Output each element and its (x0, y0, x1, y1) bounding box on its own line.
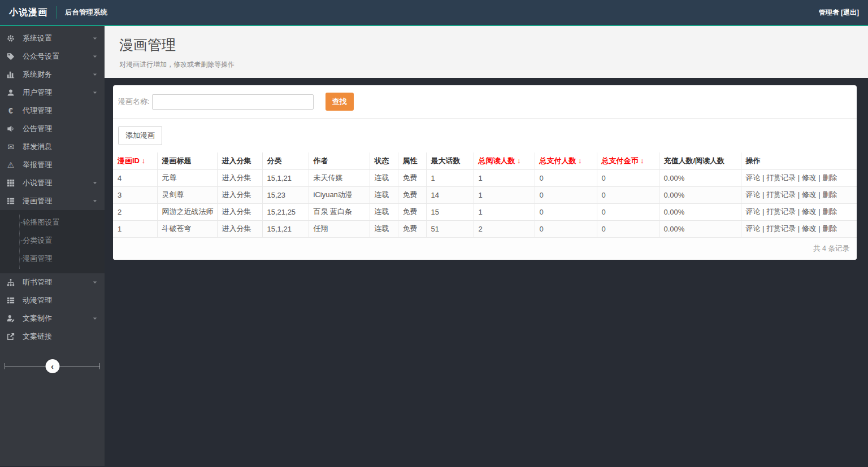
cell-id: 2 (113, 203, 157, 220)
sidebar-item-comic-management[interactable]: 漫画管理 (0, 192, 105, 210)
sidebar-item-label: 小说管理 (23, 178, 52, 188)
speaker-icon (6, 124, 15, 133)
sidebar-item-copywriting-creation[interactable]: 文案制作 (0, 309, 105, 328)
chevron-down-icon (92, 89, 98, 97)
cell-category: 15,1,21 (262, 169, 309, 186)
slider-right-tick (99, 363, 100, 369)
column-header-attr: 属性 (398, 152, 426, 169)
comic-name-input[interactable] (152, 94, 314, 110)
action-reward-log-link[interactable]: 打赏记录 (766, 173, 796, 182)
record-count: 共 4 条记录 (113, 238, 857, 260)
sidebar-item-agent-management[interactable]: €代理管理 (0, 102, 105, 120)
sidebar-item-anime-management[interactable]: 动漫管理 (0, 291, 105, 309)
add-comic-button[interactable]: 添加漫画 (118, 126, 162, 145)
enter-episodes-link[interactable]: 进入分集 (222, 224, 251, 233)
sidebar-item-audiobook-management[interactable]: 听书管理 (0, 273, 105, 291)
column-header-status: 状态 (370, 152, 398, 169)
cell-attr: 免费 (398, 169, 426, 186)
cell-total_coins: 0 (597, 186, 659, 203)
search-button[interactable]: 查找 (326, 93, 354, 111)
sidebar-item-official-account-settings[interactable]: 公众号设置 (0, 47, 105, 66)
action-comment-link[interactable]: 评论 (746, 224, 761, 233)
cell-total_coins: 0 (597, 220, 659, 237)
column-header-id[interactable]: 漫画ID ↓ (113, 152, 157, 169)
cell-status: 连载 (370, 186, 398, 203)
cell-ratio: 0.00% (659, 203, 741, 220)
gear-icon (6, 34, 15, 43)
enter-episodes-link[interactable]: 进入分集 (222, 190, 251, 199)
table-row: 4元尊进入分集15,1,21未天传媒连载免费11000.00%评论 | 打赏记录… (113, 169, 857, 186)
cell-ratio: 0.00% (659, 186, 741, 203)
cell-title: 网游之近战法师 (157, 203, 217, 220)
enter-episodes-link[interactable]: 进入分集 (222, 173, 251, 182)
enter-episodes-link[interactable]: 进入分集 (222, 207, 251, 216)
user-area: 管理者 [退出] (819, 8, 859, 18)
sidebar-item-label: 代理管理 (23, 106, 52, 116)
cell-status: 连载 (370, 203, 398, 220)
cell-enter: 进入分集 (217, 169, 262, 186)
sidebar-item-label: 文案链接 (23, 331, 52, 342)
cell-actions: 评论 | 打赏记录 | 修改 | 删除 (741, 186, 857, 203)
sidebar-subitem-category-settings[interactable]: -分类设置 (0, 232, 105, 250)
action-comment-link[interactable]: 评论 (746, 190, 761, 199)
cell-title: 灵剑尊 (157, 186, 217, 203)
chevron-down-icon (92, 53, 98, 61)
action-delete-link[interactable]: 删除 (822, 173, 837, 182)
sidebar-item-copywriting-links[interactable]: 文案链接 (0, 328, 105, 346)
action-delete-link[interactable]: 删除 (822, 207, 837, 216)
action-delete-link[interactable]: 删除 (822, 190, 837, 199)
sidebar-item-mass-messaging[interactable]: ✉群发消息 (0, 138, 105, 156)
action-reward-log-link[interactable]: 打赏记录 (766, 224, 796, 233)
sidebar-item-report-management[interactable]: ⚠举报管理 (0, 156, 105, 174)
cell-id: 4 (113, 169, 157, 186)
chevron-down-icon (92, 278, 98, 287)
sidebar-item-novel-management[interactable]: 小说管理 (0, 174, 105, 192)
column-header-total_payers[interactable]: 总支付人数 ↓ (535, 152, 597, 169)
sidebar-subitem-comic-management-sub[interactable]: -漫画管理 (0, 250, 105, 268)
cell-attr: 免费 (398, 220, 426, 237)
collapse-sidebar-handle[interactable]: ‹ (45, 359, 59, 373)
column-header-total_readers[interactable]: 总阅读人数 ↓ (474, 152, 535, 169)
sidebar-item-system-finance[interactable]: 系统财务 (0, 66, 105, 84)
cell-enter: 进入分集 (217, 203, 262, 220)
table-row: 1斗破苍穹进入分集15,1,21任翔连载免费512000.00%评论 | 打赏记… (113, 220, 857, 237)
chevron-down-icon (92, 315, 98, 323)
cell-id: 1 (113, 220, 157, 237)
page-title: 漫画管理 (119, 36, 853, 54)
sidebar-item-label: 系统设置 (23, 33, 52, 43)
column-header-enter: 进入分集 (217, 152, 262, 169)
sidebar-item-system-settings[interactable]: 系统设置 (0, 29, 105, 47)
action-comment-link[interactable]: 评论 (746, 207, 761, 216)
column-header-ratio: 充值人数/阅读人数 (659, 152, 741, 169)
logout-link[interactable]: [退出] (841, 8, 859, 16)
action-edit-link[interactable]: 修改 (802, 190, 817, 199)
content-area: 漫画名称: 查找 添加漫画 漫画ID ↓漫画标题进入分集分类作者状态属性最大话数… (105, 78, 868, 466)
action-delete-link[interactable]: 删除 (822, 224, 837, 233)
cell-max_episodes: 1 (426, 169, 474, 186)
sidebar-item-announcement-management[interactable]: 公告管理 (0, 120, 105, 138)
action-comment-link[interactable]: 评论 (746, 173, 761, 182)
action-edit-link[interactable]: 修改 (802, 207, 817, 216)
comic-table: 漫画ID ↓漫画标题进入分集分类作者状态属性最大话数总阅读人数 ↓总支付人数 ↓… (113, 152, 857, 238)
action-reward-log-link[interactable]: 打赏记录 (766, 190, 796, 199)
sidebar-item-user-management[interactable]: 用户管理 (0, 84, 105, 102)
sidebar-menu: 系统设置公众号设置系统财务用户管理€代理管理公告管理✉群发消息⚠举报管理小说管理… (0, 29, 105, 346)
sidebar-subitem-carousel-settings[interactable]: -轮播图设置 (0, 213, 105, 232)
sidebar-item-label: 系统财务 (23, 69, 52, 80)
sidebar-item-label: 漫画管理 (23, 196, 52, 206)
cell-ratio: 0.00% (659, 220, 741, 237)
cell-total_readers: 1 (474, 203, 535, 220)
action-edit-link[interactable]: 修改 (802, 173, 817, 182)
user-edit-icon (6, 314, 15, 323)
action-reward-log-link[interactable]: 打赏记录 (766, 207, 796, 216)
column-header-total_coins[interactable]: 总支付金币 ↓ (597, 152, 659, 169)
chevron-down-icon (92, 71, 98, 79)
chevron-down-icon (92, 34, 98, 43)
sitemap-icon (6, 278, 15, 287)
cell-total_readers: 1 (474, 169, 535, 186)
action-edit-link[interactable]: 修改 (802, 224, 817, 233)
cell-max_episodes: 15 (426, 203, 474, 220)
sidebar-item-label: 举报管理 (23, 160, 52, 170)
top-navbar: 小说漫画 后台管理系统 管理者 [退出] (0, 0, 868, 26)
sidebar-item-label: 用户管理 (23, 88, 52, 98)
